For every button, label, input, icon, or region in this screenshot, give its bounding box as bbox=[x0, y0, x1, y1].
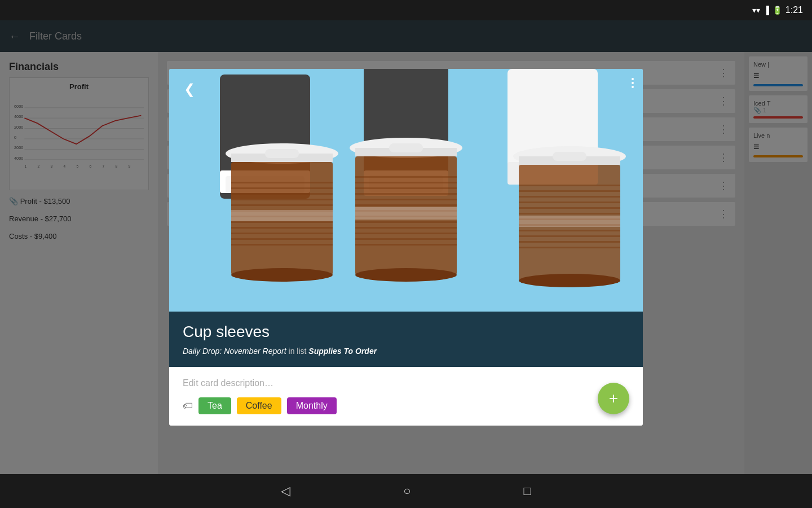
subtitle-prefix: Daily Drop: November Report bbox=[183, 347, 286, 356]
modal-image-area: ❮ bbox=[169, 69, 643, 312]
tag-monthly[interactable]: Monthly bbox=[287, 397, 337, 414]
modal-body: Edit card description… 🏷 Tea Coffee Mont… bbox=[169, 367, 643, 426]
svg-rect-76 bbox=[519, 213, 620, 214]
svg-rect-63 bbox=[355, 238, 457, 240]
labels-row: 🏷 Tea Coffee Monthly bbox=[183, 397, 629, 414]
svg-rect-73 bbox=[519, 196, 620, 198]
svg-rect-65 bbox=[355, 207, 457, 220]
svg-rect-46 bbox=[231, 210, 333, 221]
svg-rect-61 bbox=[355, 227, 457, 229]
modal-header: Cup sleeves Daily Drop: November Report … bbox=[169, 312, 643, 367]
description-input[interactable]: Edit card description… bbox=[183, 378, 629, 388]
svg-rect-83 bbox=[519, 216, 620, 227]
svg-rect-36 bbox=[231, 193, 333, 195]
status-time: 1:21 bbox=[785, 5, 803, 15]
svg-rect-44 bbox=[231, 238, 333, 240]
svg-rect-75 bbox=[519, 207, 620, 209]
coffee-cups-image bbox=[169, 69, 643, 312]
dot-icon bbox=[632, 82, 634, 84]
svg-rect-32 bbox=[265, 149, 299, 158]
modal-more-button[interactable] bbox=[632, 78, 634, 88]
svg-rect-82 bbox=[519, 247, 620, 248]
modal-card-title: Cup sleeves bbox=[183, 323, 629, 341]
subtitle-middle: in list bbox=[289, 347, 309, 356]
svg-rect-52 bbox=[355, 176, 457, 178]
dot-icon bbox=[632, 86, 634, 88]
svg-rect-55 bbox=[355, 193, 457, 195]
modal-overlay: ❮ bbox=[0, 20, 812, 474]
svg-rect-54 bbox=[355, 187, 457, 189]
svg-rect-60 bbox=[355, 221, 457, 223]
subtitle-list: Supplies To Order bbox=[308, 347, 377, 356]
bottom-nav-bar: ◁ ○ □ bbox=[0, 474, 812, 508]
wifi-icon: ▾▾ bbox=[752, 6, 760, 15]
svg-rect-45 bbox=[231, 244, 333, 246]
svg-rect-53 bbox=[355, 182, 457, 183]
status-bar: ▾▾ ▐ 🔋 1:21 bbox=[0, 0, 812, 20]
svg-rect-37 bbox=[231, 199, 333, 200]
svg-rect-71 bbox=[519, 185, 620, 186]
svg-rect-79 bbox=[519, 230, 620, 231]
dot-icon bbox=[632, 78, 634, 80]
modal-subtitle: Daily Drop: November Report in list Supp… bbox=[183, 347, 629, 356]
signal-icon: ▐ bbox=[764, 6, 769, 15]
svg-rect-43 bbox=[231, 233, 333, 234]
label-icon: 🏷 bbox=[183, 400, 193, 412]
svg-rect-81 bbox=[519, 241, 620, 243]
svg-rect-62 bbox=[355, 233, 457, 234]
svg-point-84 bbox=[519, 274, 620, 287]
svg-rect-80 bbox=[519, 235, 620, 237]
svg-rect-41 bbox=[231, 221, 333, 223]
svg-rect-69 bbox=[553, 152, 586, 161]
card-detail-modal: ❮ bbox=[169, 69, 643, 426]
status-icons: ▾▾ ▐ 🔋 1:21 bbox=[752, 5, 803, 15]
fab-button[interactable]: + bbox=[598, 383, 629, 414]
svg-point-66 bbox=[355, 268, 457, 282]
svg-rect-72 bbox=[519, 190, 620, 192]
nav-recent-button[interactable]: □ bbox=[524, 484, 531, 498]
svg-rect-56 bbox=[355, 199, 457, 200]
nav-home-button[interactable]: ○ bbox=[403, 484, 411, 498]
svg-rect-57 bbox=[355, 204, 457, 206]
svg-rect-35 bbox=[231, 187, 333, 189]
svg-rect-38 bbox=[231, 204, 333, 206]
svg-point-47 bbox=[231, 268, 333, 282]
svg-rect-42 bbox=[231, 227, 333, 229]
tag-coffee[interactable]: Coffee bbox=[237, 397, 281, 414]
nav-back-button[interactable]: ◁ bbox=[281, 484, 290, 498]
modal-back-button[interactable]: ❮ bbox=[178, 78, 201, 100]
svg-rect-34 bbox=[231, 182, 333, 183]
battery-icon: 🔋 bbox=[773, 6, 782, 15]
svg-rect-50 bbox=[389, 143, 423, 152]
svg-rect-74 bbox=[519, 202, 620, 203]
svg-rect-64 bbox=[355, 244, 457, 246]
tag-tea[interactable]: Tea bbox=[198, 397, 231, 414]
